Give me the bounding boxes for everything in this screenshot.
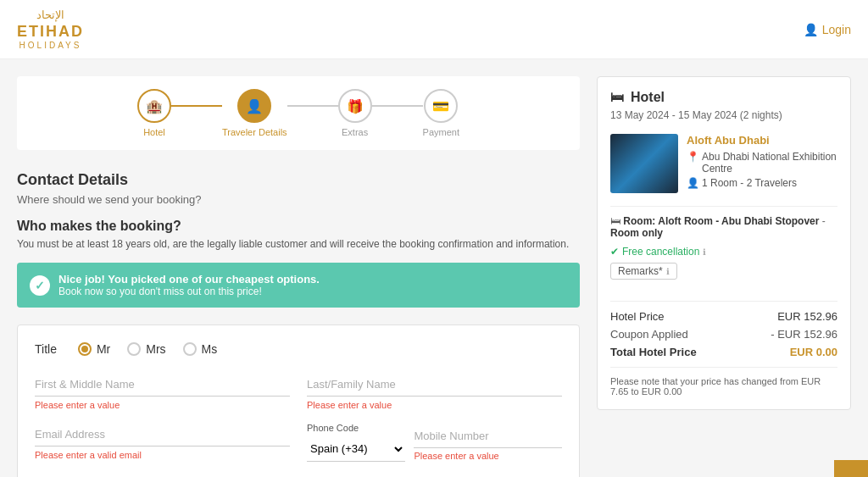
title-mrs-label: Mrs xyxy=(146,342,165,356)
divider-2 xyxy=(610,301,837,302)
logo: الإتحاد ETIHAD HOLIDAYS xyxy=(17,8,84,50)
last-name-group: Please enter a value xyxy=(307,373,562,410)
right-panel: 🛏 Hotel 13 May 2024 - 15 May 2024 (2 nig… xyxy=(597,76,851,477)
phone-code-group: Phone Code Spain (+34) UAE (+971) UK (+4… xyxy=(307,423,405,462)
title-row: Title Mr Mrs Ms xyxy=(35,342,562,356)
step-traveler-label: Traveler Details xyxy=(222,127,287,137)
price-note: Please note that your price has changed … xyxy=(610,367,837,397)
remarks-label: Remarks* xyxy=(618,265,663,277)
login-button[interactable]: 👤 Login xyxy=(804,23,851,36)
hotel-location-text: Abu Dhabi National Exhibition Centre xyxy=(702,151,837,175)
hotel-detail: Aloft Abu Dhabi 📍 Abu Dhabi National Exh… xyxy=(610,134,837,193)
room-type: 🛏 Room: Aloft Room - Abu Dhabi Stopover … xyxy=(610,215,837,239)
last-name-error: Please enter a value xyxy=(307,400,562,410)
booking-title: Who makes the booking? xyxy=(17,219,580,234)
notice-box: ✓ Nice job! You picked one of our cheape… xyxy=(17,263,580,308)
step-traveler-circle: 👤 xyxy=(237,89,271,123)
contact-row: Please enter a valid email Phone Code Sp… xyxy=(35,423,562,462)
step-extras: 🎁 Extras xyxy=(338,89,372,137)
remarks-info-icon: ℹ xyxy=(666,267,670,276)
summary-dates: 13 May 2024 - 15 May 2024 (2 nights) xyxy=(610,109,837,121)
email-group: Please enter a valid email xyxy=(35,423,290,462)
info-icon: ℹ xyxy=(703,247,706,257)
step-extras-circle: 🎁 xyxy=(338,89,372,123)
last-family-name-input[interactable] xyxy=(307,373,562,397)
step-line-3 xyxy=(372,105,423,107)
hotel-rooms-text: 1 Room - 2 Travelers xyxy=(702,177,797,189)
radio-mrs[interactable] xyxy=(127,342,141,356)
step-line-2 xyxy=(287,105,338,107)
radio-ms[interactable] xyxy=(183,342,197,356)
hotel-price-label: Hotel Price xyxy=(610,310,665,323)
radio-mr[interactable] xyxy=(78,342,92,356)
left-panel: 🏨 Hotel 👤 Traveler Details 🎁 Extras 💳 Pa… xyxy=(17,76,580,477)
title-mrs-option[interactable]: Mrs xyxy=(127,342,165,356)
rooms-icon: 👤 xyxy=(687,177,699,189)
login-label: Login xyxy=(822,23,851,36)
step-line-1 xyxy=(171,105,222,107)
room-type-label: Room: Aloft Room - Abu Dhabi Stopover xyxy=(623,215,819,227)
title-mr-option[interactable]: Mr xyxy=(78,342,110,356)
email-input[interactable] xyxy=(35,423,290,446)
contact-section: Contact Details Where should we send you… xyxy=(17,171,580,250)
step-traveler: 👤 Traveler Details xyxy=(222,89,287,137)
notice-bold: Nice job! You picked one of our cheapest… xyxy=(58,273,320,286)
contact-title: Contact Details xyxy=(17,171,580,189)
logo-main-text: ETIHAD xyxy=(17,23,84,41)
hotel-info: Aloft Abu Dhabi 📍 Abu Dhabi National Exh… xyxy=(687,134,837,193)
hotel-rooms: 👤 1 Room - 2 Travelers xyxy=(687,177,837,189)
first-name-error: Please enter a value xyxy=(35,400,290,410)
phone-group: Phone Code Spain (+34) UAE (+971) UK (+4… xyxy=(307,423,562,462)
step-payment-circle: 💳 xyxy=(424,89,458,123)
summary-header: 🛏 Hotel xyxy=(610,90,837,105)
divider-1 xyxy=(610,206,837,207)
total-value: EUR 0.00 xyxy=(790,346,837,358)
total-price-row: Total Hotel Price EUR 0.00 xyxy=(610,346,837,358)
email-error: Please enter a valid email xyxy=(35,450,290,460)
title-ms-label: Ms xyxy=(202,342,218,356)
coupon-value: - EUR 152.96 xyxy=(771,328,837,341)
mobile-error: Please enter a value xyxy=(414,451,498,461)
free-cancel: ✔ Free cancellation ℹ xyxy=(610,246,837,258)
mobile-number-input[interactable] xyxy=(414,424,562,448)
step-payment: 💳 Payment xyxy=(423,89,459,137)
first-middle-name-input[interactable] xyxy=(35,373,290,397)
check-icon: ✔ xyxy=(610,246,619,258)
first-name-group: Please enter a value xyxy=(35,373,290,410)
hotel-image xyxy=(610,134,678,193)
step-hotel: 🏨 Hotel xyxy=(137,89,171,137)
header: الإتحاد ETIHAD HOLIDAYS 👤 Login xyxy=(0,0,868,59)
hotel-icon: 🛏 xyxy=(610,90,624,105)
form-card: Title Mr Mrs Ms Please enter a xyxy=(17,324,580,477)
hotel-price-value: EUR 152.96 xyxy=(777,310,837,323)
mobile-group: Please enter a value xyxy=(414,424,562,462)
contact-subtitle: Where should we send your booking? xyxy=(17,193,580,206)
person-icon: 👤 xyxy=(804,23,818,36)
checkmark-icon: ✓ xyxy=(30,275,50,296)
logo-sub-text: HOLIDAYS xyxy=(19,41,82,50)
hotel-price-row: Hotel Price EUR 152.96 xyxy=(610,310,837,323)
title-ms-option[interactable]: Ms xyxy=(183,342,218,356)
title-mr-label: Mr xyxy=(97,342,110,356)
name-row: Please enter a value Please enter a valu… xyxy=(35,373,562,410)
main-container: 🏨 Hotel 👤 Traveler Details 🎁 Extras 💳 Pa… xyxy=(0,59,868,477)
phone-code-label: Phone Code xyxy=(307,423,405,433)
location-icon: 📍 xyxy=(687,151,699,163)
step-hotel-circle: 🏨 xyxy=(137,89,171,123)
notice-text: Nice job! You picked one of our cheapest… xyxy=(58,273,320,297)
free-cancel-text: Free cancellation xyxy=(622,246,699,258)
phone-row: Phone Code Spain (+34) UAE (+971) UK (+4… xyxy=(307,423,562,462)
hotel-name: Aloft Abu Dhabi xyxy=(687,134,837,147)
coupon-row: Coupon Applied - EUR 152.96 xyxy=(610,328,837,341)
remarks-button[interactable]: Remarks* ℹ xyxy=(610,263,677,280)
phone-code-select[interactable]: Spain (+34) UAE (+971) UK (+44) US (+1) … xyxy=(307,436,405,462)
coupon-label: Coupon Applied xyxy=(610,328,688,341)
logo-arabic-text: الإتحاد xyxy=(36,8,64,21)
notice-sub: Book now so you don't miss out on this p… xyxy=(58,286,320,297)
booking-desc: You must be at least 18 years old, are t… xyxy=(17,238,580,250)
step-extras-label: Extras xyxy=(342,127,368,137)
summary-hotel-label: Hotel xyxy=(631,90,665,105)
bottom-bar-accent xyxy=(834,460,868,477)
hotel-location: 📍 Abu Dhabi National Exhibition Centre xyxy=(687,151,837,175)
steps-progress: 🏨 Hotel 👤 Traveler Details 🎁 Extras 💳 Pa… xyxy=(17,76,580,150)
